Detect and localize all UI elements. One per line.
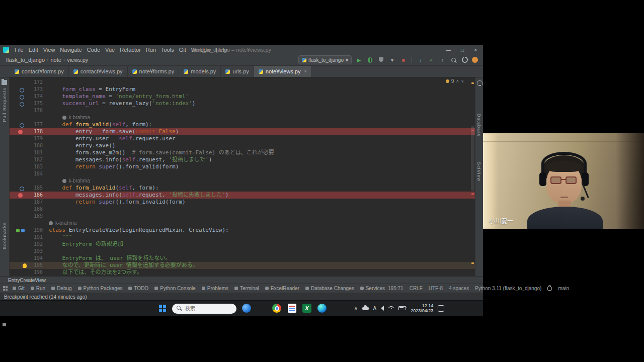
git-push-button[interactable]: ↑ [439,56,446,64]
excel-taskbar-icon[interactable]: X [301,302,313,314]
author-annotation-row[interactable]: k-brahma [10,220,475,227]
profile-icon[interactable] [472,57,478,63]
line-number[interactable]: 172 [30,79,43,86]
line-number[interactable]: 193 [30,248,43,255]
search-everywhere-button[interactable] [450,56,457,64]
tool-windows-icon[interactable] [3,286,8,291]
breadcrumb-item-views-py[interactable]: views.py [66,57,89,63]
code-line-191[interactable]: 191 """ [10,234,475,241]
caret-position[interactable]: 195:71 [388,286,404,291]
line-number[interactable]: 179 [30,135,43,142]
code-line-186[interactable]: 186 messages.info(self.request, '投稿に失敗しま… [10,192,475,199]
toolwindow-python-packages[interactable]: Python Packages [75,286,126,291]
editor-tab-contact-views-py[interactable]: contact¥views.py [69,66,128,77]
tray-chevron-icon[interactable]: ∧ [354,306,358,311]
battery-icon[interactable] [398,306,406,310]
author-annotation-row[interactable]: k-brahma [10,114,475,121]
pull-requests-tool-button[interactable]: Pull Requests [2,87,7,122]
debug-button[interactable] [366,56,374,64]
line-number[interactable]: 194 [30,255,43,262]
menu-navigate[interactable]: Navigate [57,45,84,54]
sciview-tool-button[interactable]: SciView [476,162,481,182]
menu-view[interactable]: View [41,45,58,54]
toolwindow-run[interactable]: Run [28,286,48,291]
project-tool-icon[interactable] [2,80,7,85]
code-line-173[interactable]: 173 form_class = EntryForm [10,86,475,93]
breadcrumb-class[interactable]: EntryCreateView [8,278,46,283]
start-button[interactable] [159,305,167,312]
structure-tool-icon[interactable] [3,323,6,326]
close-button[interactable]: × [474,47,477,53]
toolwindow-services[interactable]: Services [357,286,388,291]
code-line-196[interactable]: 196 以下では、その方法を2つ示す。 [10,269,475,276]
run-config-select[interactable]: flask_to_django ▾ [298,55,352,64]
editor-tab-note-forms-py[interactable]: note¥forms.py [128,66,180,77]
override-gutter-icon[interactable] [20,88,24,93]
override-gutter-icon[interactable] [20,123,24,128]
taskbar-search[interactable] [172,303,236,313]
code-line-182[interactable]: 182 messages.info(self.request, '投稿しました'… [10,156,475,163]
code-line-192[interactable]: 192 EntryForm の新規追加 [10,241,475,248]
line-number[interactable]: 190 [30,227,43,234]
run-button[interactable]: ▶ [355,56,363,64]
editor-scrollbar[interactable] [471,126,474,191]
indent-style[interactable]: 4 spaces [449,286,469,291]
more-run-options-button[interactable]: ▾ [388,56,396,64]
code-line-189[interactable]: 189 [10,213,475,220]
git-commit-button[interactable]: ✓ [428,56,435,64]
code-editor[interactable]: 172173 form_class = EntryForm174 templat… [10,77,475,276]
bookmarks-tool-button[interactable]: Bookmarks [2,222,7,249]
menu-vue[interactable]: Vue [103,45,117,54]
code-line-177[interactable]: 177 def form_valid(self, form): [10,121,475,128]
code-line-175[interactable]: 175 success_url = reverse_lazy('note:ind… [10,100,475,107]
code-line-181[interactable]: 181 form.save_m2m() # form.save(commit=F… [10,149,475,156]
menu-git[interactable]: Git [177,45,189,54]
line-number[interactable] [30,114,43,121]
line-number[interactable]: 185 [30,185,43,192]
network-icon[interactable] [388,306,394,310]
code-line-194[interactable]: 194 EntryForm は、 user 情報を持たない。 [10,255,475,262]
file-encoding[interactable]: UTF-8 [429,286,443,291]
toolwindow-problems[interactable]: Problems [199,286,231,291]
menu-tools[interactable]: Tools [158,45,177,54]
taskbar-clock[interactable]: 12:14 2023/04/23 [411,303,433,313]
stop-button[interactable]: ■ [399,56,407,64]
line-number[interactable]: 192 [30,241,43,248]
code-line-195[interactable]: 195 なので、更新時に user 情報を追加する必要がある。 [10,262,475,269]
toolwindow-python-console[interactable]: Python Console [151,286,199,291]
line-number[interactable]: 174 [30,93,43,100]
line-separator[interactable]: CRLF [410,286,423,291]
python-interpreter[interactable]: Python 3.11 (flask_to_django) [475,286,541,291]
class-gutter-icon[interactable] [16,229,20,232]
editor-tab-models-py[interactable]: models.py [179,66,221,77]
ime-indicator[interactable]: A [373,306,377,311]
line-number[interactable]: 173 [30,86,43,93]
chrome-taskbar-icon[interactable] [271,302,283,314]
menu-run[interactable]: Run [143,45,158,54]
menu-file[interactable]: File [12,45,26,54]
code-line-193[interactable]: 193 [10,248,475,255]
maximize-button[interactable]: □ [461,47,464,53]
code-line-172[interactable]: 172 [10,79,475,86]
explorer-taskbar-icon[interactable] [256,302,268,314]
editor-tab-urls-py[interactable]: urls.py [221,66,254,77]
line-number[interactable]: 186 [30,192,43,199]
code-line-180[interactable]: 180 entry.save() [10,142,475,149]
code-line-174[interactable]: 174 template_name = 'note/entry_form.htm… [10,93,475,100]
toolwindow-terminal[interactable]: Terminal [231,286,262,291]
breadcrumb-item-flask-to-django[interactable]: flask_to_django [5,57,46,63]
search-input[interactable] [172,304,236,314]
intention-bulb-icon[interactable] [23,263,27,268]
onedrive-icon[interactable] [362,307,369,310]
speaker-icon[interactable] [381,306,384,311]
menu-code[interactable]: Code [85,45,103,54]
breadcrumb-item-note[interactable]: note [49,57,62,63]
author-annotation-row[interactable]: k-brahma [10,177,475,185]
line-number[interactable]: 191 [30,234,43,241]
line-number[interactable]: 177 [30,121,43,128]
line-number[interactable]: 180 [30,142,43,149]
line-number[interactable]: 175 [30,100,43,107]
settings-button[interactable] [461,56,468,64]
browser-taskbar-icon[interactable] [240,302,253,314]
line-number[interactable]: 196 [30,269,43,276]
